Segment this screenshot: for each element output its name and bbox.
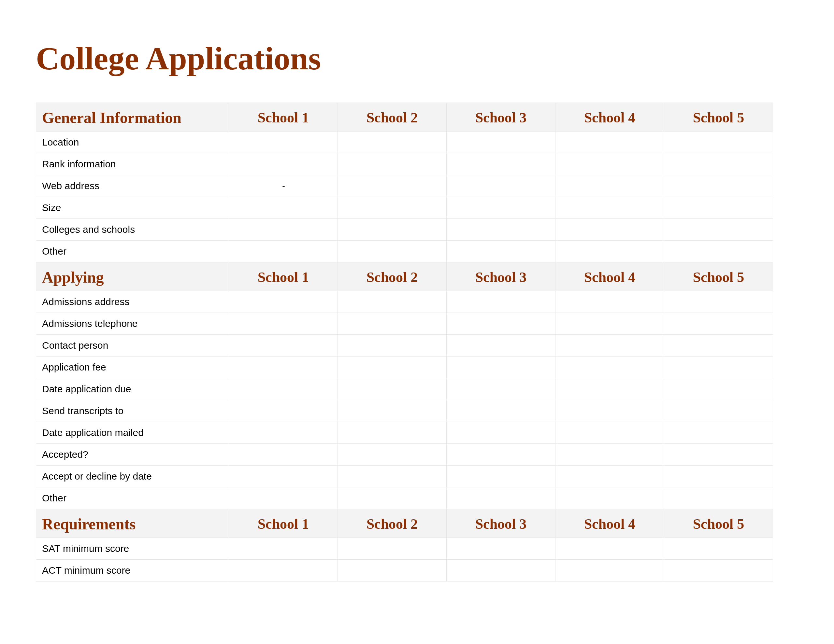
value-cell[interactable]	[556, 400, 664, 422]
value-cell[interactable]	[556, 175, 664, 197]
value-cell[interactable]	[447, 219, 556, 240]
value-cell[interactable]	[556, 197, 664, 219]
value-cell[interactable]	[338, 197, 447, 219]
value-cell[interactable]	[447, 560, 556, 581]
value-cell[interactable]	[338, 560, 447, 581]
value-cell[interactable]	[664, 175, 773, 197]
value-cell[interactable]	[664, 466, 773, 487]
value-cell[interactable]	[664, 400, 773, 422]
value-cell[interactable]	[447, 466, 556, 487]
value-cell[interactable]	[447, 153, 556, 175]
value-cell[interactable]	[664, 560, 773, 581]
value-cell[interactable]	[338, 240, 447, 262]
value-cell[interactable]	[447, 291, 556, 313]
value-cell[interactable]	[338, 444, 447, 466]
section-header-row: ApplyingSchool 1School 2School 3School 4…	[36, 262, 773, 291]
value-cell[interactable]	[556, 560, 664, 581]
value-cell[interactable]	[338, 132, 447, 153]
value-cell[interactable]	[338, 357, 447, 378]
value-cell[interactable]	[664, 422, 773, 444]
value-cell[interactable]	[447, 357, 556, 378]
value-cell[interactable]	[229, 132, 338, 153]
value-cell[interactable]	[338, 291, 447, 313]
value-cell[interactable]	[556, 378, 664, 400]
value-cell[interactable]: -	[229, 175, 338, 197]
value-cell[interactable]	[556, 335, 664, 357]
value-cell[interactable]	[338, 400, 447, 422]
value-cell[interactable]	[229, 422, 338, 444]
value-cell[interactable]	[664, 357, 773, 378]
value-cell[interactable]	[447, 132, 556, 153]
value-cell[interactable]	[556, 466, 664, 487]
value-cell[interactable]	[338, 378, 447, 400]
value-cell[interactable]	[556, 487, 664, 509]
value-cell[interactable]	[447, 400, 556, 422]
table-row: SAT minimum score	[36, 538, 773, 560]
value-cell[interactable]	[229, 487, 338, 509]
table-row: Admissions telephone	[36, 313, 773, 335]
value-cell[interactable]	[229, 240, 338, 262]
value-cell[interactable]	[229, 219, 338, 240]
value-cell[interactable]	[338, 466, 447, 487]
value-cell[interactable]	[229, 466, 338, 487]
value-cell[interactable]	[664, 219, 773, 240]
value-cell[interactable]	[447, 335, 556, 357]
value-cell[interactable]	[447, 175, 556, 197]
value-cell[interactable]	[229, 313, 338, 335]
value-cell[interactable]	[556, 357, 664, 378]
value-cell[interactable]	[229, 560, 338, 581]
value-cell[interactable]	[556, 219, 664, 240]
value-cell[interactable]	[447, 313, 556, 335]
table-row: Application fee	[36, 357, 773, 378]
value-cell[interactable]	[229, 335, 338, 357]
value-cell[interactable]	[229, 153, 338, 175]
value-cell[interactable]	[229, 538, 338, 560]
value-cell[interactable]	[664, 153, 773, 175]
row-label: Accept or decline by date	[36, 466, 229, 487]
value-cell[interactable]	[556, 313, 664, 335]
value-cell[interactable]	[338, 422, 447, 444]
value-cell[interactable]	[664, 313, 773, 335]
value-cell[interactable]	[447, 444, 556, 466]
value-cell[interactable]	[338, 175, 447, 197]
value-cell[interactable]	[338, 313, 447, 335]
value-cell[interactable]	[664, 538, 773, 560]
value-cell[interactable]	[338, 538, 447, 560]
value-cell[interactable]	[447, 378, 556, 400]
value-cell[interactable]	[338, 335, 447, 357]
value-cell[interactable]	[556, 132, 664, 153]
value-cell[interactable]	[229, 378, 338, 400]
value-cell[interactable]	[229, 197, 338, 219]
value-cell[interactable]	[664, 132, 773, 153]
value-cell[interactable]	[447, 487, 556, 509]
value-cell[interactable]	[664, 487, 773, 509]
value-cell[interactable]	[229, 444, 338, 466]
value-cell[interactable]	[338, 487, 447, 509]
value-cell[interactable]	[338, 219, 447, 240]
value-cell[interactable]	[664, 197, 773, 219]
value-cell[interactable]	[556, 291, 664, 313]
row-label: Location	[36, 132, 229, 153]
value-cell[interactable]	[447, 422, 556, 444]
value-cell[interactable]	[664, 335, 773, 357]
value-cell[interactable]	[664, 240, 773, 262]
value-cell[interactable]	[229, 400, 338, 422]
value-cell[interactable]	[556, 538, 664, 560]
value-cell[interactable]	[556, 422, 664, 444]
value-cell[interactable]	[338, 153, 447, 175]
value-cell[interactable]	[556, 240, 664, 262]
table-row: Size	[36, 197, 773, 219]
value-cell[interactable]	[229, 357, 338, 378]
value-cell[interactable]	[664, 444, 773, 466]
value-cell[interactable]	[556, 444, 664, 466]
value-cell[interactable]	[447, 538, 556, 560]
value-cell[interactable]	[447, 197, 556, 219]
school-column-header: School 5	[664, 262, 773, 291]
value-cell[interactable]	[447, 240, 556, 262]
value-cell[interactable]	[664, 378, 773, 400]
section-header-row: General InformationSchool 1School 2Schoo…	[36, 103, 773, 132]
value-cell[interactable]	[556, 153, 664, 175]
value-cell[interactable]	[229, 291, 338, 313]
value-cell[interactable]	[664, 291, 773, 313]
table-row: Contact person	[36, 335, 773, 357]
